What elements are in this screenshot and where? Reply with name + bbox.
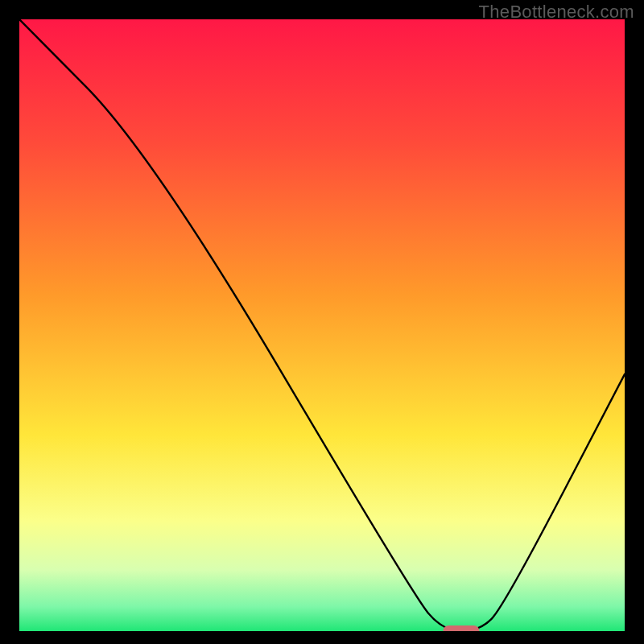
gradient-background	[19, 19, 625, 631]
optimal-marker	[443, 625, 479, 631]
chart-svg	[19, 19, 625, 631]
chart-frame: TheBottleneck.com	[0, 0, 644, 644]
